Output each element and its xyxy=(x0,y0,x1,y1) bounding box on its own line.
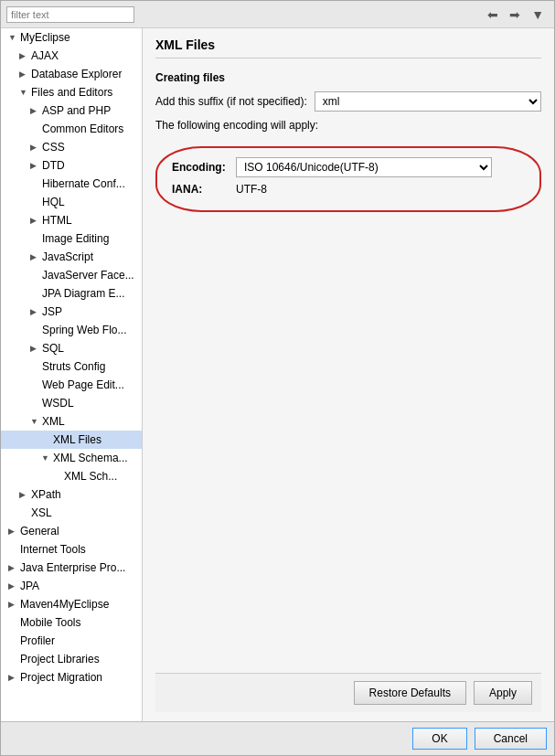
sidebar-item-general[interactable]: ▶General xyxy=(1,522,142,540)
sidebar-item-label: Struts Config xyxy=(42,358,105,375)
sidebar-item-javascript[interactable]: ▶JavaScript xyxy=(1,248,142,266)
sidebar-item-image-editing[interactable]: Image Editing xyxy=(1,229,142,248)
arrow-icon: ▶ xyxy=(30,340,39,357)
sidebar-item-label: Hibernate Conf... xyxy=(42,176,125,192)
sidebar-item-xml-schema[interactable]: ▼XML Schema... xyxy=(1,449,142,467)
suffix-label: Add this suffix (if not specified): xyxy=(155,95,307,108)
sidebar-item-html[interactable]: ▶HTML xyxy=(1,211,142,229)
sidebar-item-label: JavaScript xyxy=(42,249,93,265)
sidebar-item-database-explorer[interactable]: ▶Database Explorer xyxy=(1,65,142,83)
sidebar-item-label: WSDL xyxy=(42,395,74,411)
encoding-dropdown[interactable]: ISO 10646/Unicode(UTF-8)ISO-8859-1US-ASC… xyxy=(236,157,492,177)
dropdown-arrow-icon[interactable]: ▼ xyxy=(527,5,549,25)
sidebar-item-asp-and-php[interactable]: ▶ASP and PHP xyxy=(1,101,142,120)
main-content: ▼MyEclipse▶AJAX▶Database Explorer▼Files … xyxy=(1,28,554,721)
sidebar-item-label: AJAX xyxy=(31,48,59,64)
apply-button[interactable]: Apply xyxy=(474,681,532,705)
sidebar-item-label: Image Editing xyxy=(42,230,109,247)
arrow-icon: ▶ xyxy=(8,596,17,612)
arrow-icon: ▼ xyxy=(19,84,28,101)
iana-row: IANA: UTF-8 xyxy=(172,183,525,196)
sidebar-item-hql[interactable]: HQL xyxy=(1,193,142,211)
sidebar-item-label: JPA xyxy=(20,578,39,594)
sidebar-item-label: Maven4MyEclipse xyxy=(20,596,109,612)
encoding-row: Encoding: ISO 10646/Unicode(UTF-8)ISO-88… xyxy=(172,157,525,177)
arrow-icon: ▶ xyxy=(30,303,39,320)
arrow-icon: ▶ xyxy=(8,559,17,576)
sidebar-item-jpa-diagram[interactable]: JPA Diagram E... xyxy=(1,284,142,303)
restore-defaults-button[interactable]: Restore Defaults xyxy=(354,681,466,705)
encoding-label: Encoding: xyxy=(172,161,236,174)
sidebar-item-wsdl[interactable]: WSDL xyxy=(1,394,142,412)
sidebar-item-profiler[interactable]: Profiler xyxy=(1,632,142,650)
sidebar-item-label: HTML xyxy=(42,212,72,229)
sidebar-tree: ▼MyEclipse▶AJAX▶Database Explorer▼Files … xyxy=(1,28,143,721)
sidebar-item-project-migration[interactable]: ▶Project Migration xyxy=(1,668,142,687)
sidebar-item-sql[interactable]: ▶SQL xyxy=(1,339,142,357)
filter-input[interactable] xyxy=(6,6,134,23)
suffix-dropdown[interactable]: xmlxsdxslxmi xyxy=(315,91,541,112)
iana-value: UTF-8 xyxy=(236,183,267,196)
sidebar-item-xml[interactable]: ▼XML xyxy=(1,412,142,431)
sidebar-item-label: SQL xyxy=(42,340,64,357)
arrow-icon: ▶ xyxy=(30,157,39,174)
sidebar-item-label: Mobile Tools xyxy=(20,614,80,631)
arrow-icon: ▶ xyxy=(30,212,39,229)
ok-button[interactable]: OK xyxy=(412,728,466,750)
sidebar-item-label: MyEclipse xyxy=(20,29,70,46)
sidebar-item-xml-sch-child[interactable]: XML Sch... xyxy=(1,467,142,485)
sidebar-item-xpath[interactable]: ▶XPath xyxy=(1,485,142,504)
creating-files-section: Creating files xyxy=(155,71,541,84)
forward-icon[interactable]: ➡ xyxy=(505,5,525,25)
sidebar-item-project-libraries[interactable]: Project Libraries xyxy=(1,650,142,668)
iana-label: IANA: xyxy=(172,183,236,196)
sidebar-item-ajax[interactable]: ▶AJAX xyxy=(1,47,142,65)
arrow-icon: ▶ xyxy=(30,139,39,155)
sidebar-item-label: General xyxy=(20,523,59,539)
sidebar-item-label: ASP and PHP xyxy=(42,102,111,119)
sidebar-item-label: Project Migration xyxy=(20,669,102,686)
toolbar-icons: ⬅ ➡ ▼ xyxy=(483,5,549,25)
sidebar-item-label: JavaServer Face... xyxy=(42,267,134,283)
sidebar-item-javaserver-faces[interactable]: JavaServer Face... xyxy=(1,266,142,284)
right-panel: XML Files Creating files Add this suffix… xyxy=(143,28,554,721)
sidebar-item-myeclipse[interactable]: ▼MyEclipse xyxy=(1,28,142,47)
back-icon[interactable]: ⬅ xyxy=(483,5,503,25)
sidebar-item-label: Database Explorer xyxy=(31,66,122,82)
sidebar-item-xml-files[interactable]: XML Files xyxy=(1,431,142,449)
sidebar-item-label: JSP xyxy=(42,303,62,320)
suffix-row: Add this suffix (if not specified): xmlx… xyxy=(155,91,541,112)
sidebar-item-java-enterprise-pro[interactable]: ▶Java Enterprise Pro... xyxy=(1,559,142,577)
sidebar-item-internet-tools[interactable]: Internet Tools xyxy=(1,540,142,559)
sidebar-item-xsl[interactable]: XSL xyxy=(1,504,142,522)
sidebar-item-label: XPath xyxy=(31,486,61,503)
cancel-button[interactable]: Cancel xyxy=(475,728,547,750)
sidebar-item-label: XML xyxy=(42,413,65,430)
arrow-icon: ▶ xyxy=(19,486,28,503)
sidebar-item-mobile-tools[interactable]: Mobile Tools xyxy=(1,613,142,632)
sidebar-item-label: Java Enterprise Pro... xyxy=(20,559,125,576)
sidebar-item-jsp[interactable]: ▶JSP xyxy=(1,303,142,321)
arrow-icon: ▶ xyxy=(8,669,17,686)
arrow-icon: ▶ xyxy=(19,48,28,64)
sidebar-item-dtd[interactable]: ▶DTD xyxy=(1,156,142,175)
bottom-buttons: Restore Defaults Apply xyxy=(155,673,541,712)
sidebar-item-css[interactable]: ▶CSS xyxy=(1,138,142,156)
sidebar-item-spring-web-flow[interactable]: Spring Web Flo... xyxy=(1,321,142,339)
sidebar-item-web-page-edit[interactable]: Web Page Edit... xyxy=(1,376,142,394)
arrow-icon: ▼ xyxy=(30,413,39,430)
sidebar-item-files-and-editors[interactable]: ▼Files and Editors xyxy=(1,83,142,101)
sidebar-item-label: XML Sch... xyxy=(64,468,117,484)
dialog-buttons: OK Cancel xyxy=(1,721,554,755)
arrow-icon: ▶ xyxy=(30,102,39,119)
sidebar-item-maven4myeclipse[interactable]: ▶Maven4MyEclipse xyxy=(1,595,142,613)
sidebar-item-common-editors[interactable]: Common Editors xyxy=(1,120,142,138)
sidebar-item-struts-config[interactable]: Struts Config xyxy=(1,357,142,376)
arrow-icon: ▼ xyxy=(41,450,50,466)
sidebar-item-jpa[interactable]: ▶JPA xyxy=(1,577,142,595)
sidebar-item-label: XML Files xyxy=(53,431,101,448)
sidebar-item-label: Common Editors xyxy=(42,121,123,137)
sidebar-item-hibernate-conf[interactable]: Hibernate Conf... xyxy=(1,175,142,193)
arrow-icon: ▶ xyxy=(30,249,39,265)
sidebar-item-label: Files and Editors xyxy=(31,84,112,101)
